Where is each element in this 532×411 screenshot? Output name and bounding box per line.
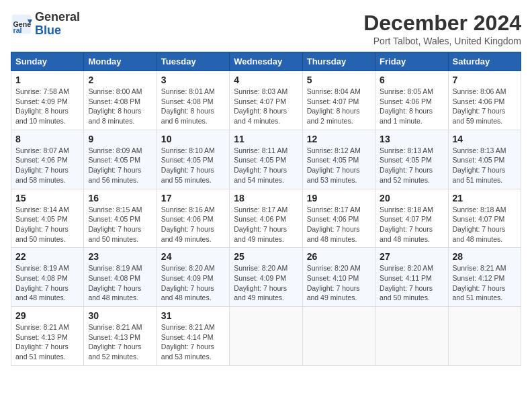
day-number: 11 [234,134,298,144]
calendar-cell: 29Sunrise: 8:21 AM Sunset: 4:13 PM Dayli… [11,307,84,366]
day-info: Sunrise: 8:20 AM Sunset: 4:09 PM Dayligh… [234,263,298,303]
calendar-week-row: 1Sunrise: 7:58 AM Sunset: 4:09 PM Daylig… [11,71,521,130]
day-info: Sunrise: 8:18 AM Sunset: 4:07 PM Dayligh… [380,205,443,244]
day-number: 22 [15,251,79,262]
day-info: Sunrise: 7:58 AM Sunset: 4:09 PM Dayligh… [15,87,79,126]
day-number: 14 [453,134,517,144]
calendar-cell: 23Sunrise: 8:19 AM Sunset: 4:08 PM Dayli… [84,248,157,307]
day-info: Sunrise: 8:00 AM Sunset: 4:08 PM Dayligh… [88,87,152,126]
day-info: Sunrise: 8:03 AM Sunset: 4:07 PM Dayligh… [234,87,298,126]
day-number: 28 [453,251,517,262]
svg-text:ral: ral [13,26,22,34]
day-number: 23 [88,251,152,262]
day-info: Sunrise: 8:20 AM Sunset: 4:09 PM Dayligh… [161,263,225,303]
day-info: Sunrise: 8:21 AM Sunset: 4:13 PM Dayligh… [15,322,79,362]
day-info: Sunrise: 8:04 AM Sunset: 4:07 PM Dayligh… [307,87,371,126]
calendar-week-row: 22Sunrise: 8:19 AM Sunset: 4:08 PM Dayli… [11,248,521,307]
calendar-cell: 7Sunrise: 8:06 AM Sunset: 4:06 PM Daylig… [448,71,521,130]
day-info: Sunrise: 8:15 AM Sunset: 4:05 PM Dayligh… [88,205,152,244]
calendar-cell: 18Sunrise: 8:17 AM Sunset: 4:06 PM Dayli… [230,189,302,248]
day-info: Sunrise: 8:18 AM Sunset: 4:07 PM Dayligh… [453,205,517,244]
day-info: Sunrise: 8:17 AM Sunset: 4:06 PM Dayligh… [307,205,371,244]
day-number: 21 [453,193,517,203]
day-info: Sunrise: 8:20 AM Sunset: 4:10 PM Dayligh… [307,263,371,303]
calendar-cell: 2Sunrise: 8:00 AM Sunset: 4:08 PM Daylig… [84,71,157,130]
weekday-header-thursday: Thursday [302,52,375,71]
weekday-header-friday: Friday [375,52,448,71]
calendar-cell: 3Sunrise: 8:01 AM Sunset: 4:08 PM Daylig… [157,71,229,130]
calendar-cell: 1Sunrise: 7:58 AM Sunset: 4:09 PM Daylig… [11,71,84,130]
day-info: Sunrise: 8:13 AM Sunset: 4:05 PM Dayligh… [380,146,443,185]
day-info: Sunrise: 8:11 AM Sunset: 4:05 PM Dayligh… [234,146,298,185]
calendar-cell: 13Sunrise: 8:13 AM Sunset: 4:05 PM Dayli… [375,130,448,189]
day-info: Sunrise: 8:19 AM Sunset: 4:08 PM Dayligh… [88,263,152,303]
day-info: Sunrise: 8:12 AM Sunset: 4:05 PM Dayligh… [307,146,371,185]
calendar-week-row: 15Sunrise: 8:14 AM Sunset: 4:05 PM Dayli… [11,189,521,248]
logo-text: General Blue [35,11,80,38]
calendar-cell: 30Sunrise: 8:21 AM Sunset: 4:13 PM Dayli… [84,307,157,366]
calendar-cell: 6Sunrise: 8:05 AM Sunset: 4:06 PM Daylig… [375,71,448,130]
day-number: 13 [380,134,443,144]
calendar-cell: 22Sunrise: 8:19 AM Sunset: 4:08 PM Dayli… [11,248,84,307]
day-number: 10 [161,134,225,144]
weekday-header-row: SundayMondayTuesdayWednesdayThursdayFrid… [11,52,521,71]
day-number: 6 [380,75,443,85]
calendar-cell [375,307,448,366]
day-info: Sunrise: 8:20 AM Sunset: 4:11 PM Dayligh… [380,263,443,303]
calendar-cell: 5Sunrise: 8:04 AM Sunset: 4:07 PM Daylig… [302,71,375,130]
day-number: 8 [15,134,79,144]
logo-icon: Gene ral [11,13,32,35]
day-number: 30 [88,310,152,321]
day-info: Sunrise: 8:16 AM Sunset: 4:06 PM Dayligh… [161,205,225,244]
day-info: Sunrise: 8:19 AM Sunset: 4:08 PM Dayligh… [15,263,79,303]
calendar-week-row: 29Sunrise: 8:21 AM Sunset: 4:13 PM Dayli… [11,307,521,366]
calendar-cell [448,307,521,366]
weekday-header-saturday: Saturday [448,52,521,71]
calendar-cell: 24Sunrise: 8:20 AM Sunset: 4:09 PM Dayli… [157,248,229,307]
page-header: Gene ral General Blue December 2024 Port… [11,11,521,46]
calendar-table: SundayMondayTuesdayWednesdayThursdayFrid… [11,52,521,366]
calendar-cell: 16Sunrise: 8:15 AM Sunset: 4:05 PM Dayli… [84,189,157,248]
day-number: 31 [161,310,225,321]
day-number: 5 [307,75,371,85]
day-info: Sunrise: 8:14 AM Sunset: 4:05 PM Dayligh… [15,205,79,244]
calendar-cell: 28Sunrise: 8:21 AM Sunset: 4:12 PM Dayli… [448,248,521,307]
calendar-cell: 14Sunrise: 8:13 AM Sunset: 4:05 PM Dayli… [448,130,521,189]
calendar-cell: 9Sunrise: 8:09 AM Sunset: 4:05 PM Daylig… [84,130,157,189]
calendar-cell: 17Sunrise: 8:16 AM Sunset: 4:06 PM Dayli… [157,189,229,248]
day-number: 29 [15,310,79,321]
calendar-cell: 19Sunrise: 8:17 AM Sunset: 4:06 PM Dayli… [302,189,375,248]
day-number: 24 [161,251,225,262]
calendar-cell: 26Sunrise: 8:20 AM Sunset: 4:10 PM Dayli… [302,248,375,307]
day-info: Sunrise: 8:01 AM Sunset: 4:08 PM Dayligh… [161,87,225,126]
day-info: Sunrise: 8:05 AM Sunset: 4:06 PM Dayligh… [380,87,443,126]
day-info: Sunrise: 8:10 AM Sunset: 4:05 PM Dayligh… [161,146,225,185]
day-number: 20 [380,193,443,203]
day-info: Sunrise: 8:09 AM Sunset: 4:05 PM Dayligh… [88,146,152,185]
calendar-cell: 8Sunrise: 8:07 AM Sunset: 4:06 PM Daylig… [11,130,84,189]
weekday-header-tuesday: Tuesday [157,52,229,71]
calendar-cell [230,307,302,366]
weekday-header-monday: Monday [84,52,157,71]
day-number: 4 [234,75,298,85]
weekday-header-wednesday: Wednesday [230,52,302,71]
day-number: 25 [234,251,298,262]
location: Port Talbot, Wales, United Kingdom [363,36,521,46]
day-info: Sunrise: 8:07 AM Sunset: 4:06 PM Dayligh… [15,146,79,185]
day-number: 3 [161,75,225,85]
day-number: 2 [88,75,152,85]
calendar-cell: 12Sunrise: 8:12 AM Sunset: 4:05 PM Dayli… [302,130,375,189]
day-info: Sunrise: 8:21 AM Sunset: 4:13 PM Dayligh… [88,322,152,362]
logo: Gene ral General Blue [11,11,80,38]
day-number: 7 [453,75,517,85]
day-number: 18 [234,193,298,203]
day-info: Sunrise: 8:21 AM Sunset: 4:14 PM Dayligh… [161,322,225,362]
day-number: 19 [307,193,371,203]
title-block: December 2024 Port Talbot, Wales, United… [363,11,521,46]
day-number: 15 [15,193,79,203]
day-info: Sunrise: 8:06 AM Sunset: 4:06 PM Dayligh… [453,87,517,126]
calendar-cell: 4Sunrise: 8:03 AM Sunset: 4:07 PM Daylig… [230,71,302,130]
day-number: 9 [88,134,152,144]
calendar-cell: 27Sunrise: 8:20 AM Sunset: 4:11 PM Dayli… [375,248,448,307]
calendar-cell: 31Sunrise: 8:21 AM Sunset: 4:14 PM Dayli… [157,307,229,366]
